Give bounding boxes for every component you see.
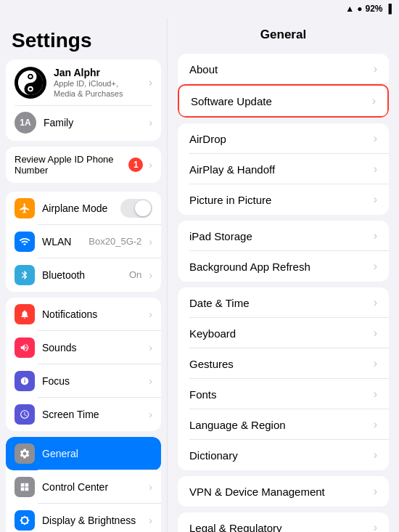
- screentime-chevron-icon: ›: [149, 409, 152, 420]
- controlcenter-icon: [15, 477, 35, 497]
- wlan-value: Box20_5G-2: [89, 236, 141, 247]
- detail-chevron-backgroundapprefresh-icon: ›: [374, 260, 377, 273]
- family-avatar: 1A: [15, 112, 36, 134]
- airplane-toggle[interactable]: [120, 199, 152, 218]
- detail-chevron-airplay-icon: ›: [374, 163, 377, 176]
- family-label: Family: [44, 117, 141, 128]
- sidebar: Settings Jan Alphr Apple ID, iCloud: [0, 17, 167, 532]
- detail-label-keyboard: Keyboard: [189, 327, 368, 340]
- sidebar-item-general[interactable]: General: [6, 437, 161, 470]
- detail-item-fonts[interactable]: Fonts›: [178, 379, 389, 409]
- airplane-icon: [15, 198, 35, 218]
- wifi-icon: ▲: [345, 4, 354, 14]
- detail-item-pictureinpicture[interactable]: Picture in Picture›: [178, 184, 389, 215]
- detail-item-legal[interactable]: Legal & Regulatory›: [178, 512, 389, 532]
- general-icon: [15, 443, 35, 464]
- sidebar-item-sounds[interactable]: Sounds›: [6, 331, 161, 364]
- sidebar-item-bluetooth[interactable]: BluetoothOn›: [6, 258, 161, 292]
- detail-label-languageregion: Language & Region: [189, 419, 368, 431]
- detail-chevron-vpn-icon: ›: [374, 485, 377, 498]
- detail-label-softwareupdate: Software Update: [191, 95, 366, 107]
- detail-chevron-keyboard-icon: ›: [374, 327, 377, 340]
- signal-icon: ●: [357, 4, 362, 14]
- detail-item-softwareupdate[interactable]: Software Update›: [178, 84, 389, 118]
- detail-group-2: iPad Storage›Background App Refresh›: [178, 221, 389, 282]
- notifications-label: Notifications: [42, 308, 141, 320]
- detail-item-gestures[interactable]: Gestures›: [178, 348, 389, 379]
- detail-label-gestures: Gestures: [189, 358, 368, 370]
- status-icons: ▲ ● 92% ▐: [345, 4, 392, 14]
- bluetooth-value: On: [129, 269, 141, 280]
- sidebar-item-airplane[interactable]: Airplane Mode: [6, 192, 161, 225]
- controlcenter-chevron-icon: ›: [149, 481, 152, 493]
- profile-chevron-icon: ›: [149, 76, 152, 89]
- bluetooth-label: Bluetooth: [42, 269, 122, 281]
- profile-info: Jan Alphr Apple ID, iCloud+, Media & Pur…: [54, 67, 141, 99]
- review-appleid-row[interactable]: Review Apple ID Phone Number 1 ›: [6, 147, 161, 183]
- family-row[interactable]: 1A Family ›: [15, 105, 152, 134]
- detail-item-datetime[interactable]: Date & Time›: [178, 287, 389, 318]
- detail-label-legal: Legal & Regulatory: [189, 522, 368, 533]
- detail-group-1: AirDrop›AirPlay & Handoff›Picture in Pic…: [178, 123, 389, 215]
- sounds-label: Sounds: [42, 342, 141, 353]
- detail-label-airdrop: AirDrop: [189, 133, 368, 145]
- sidebar-item-notifications[interactable]: Notifications›: [6, 298, 161, 331]
- detail-item-backgroundapprefresh[interactable]: Background App Refresh›: [178, 251, 389, 282]
- detail-panel: General About›Software Update›AirDrop›Ai…: [167, 17, 399, 532]
- sounds-chevron-icon: ›: [149, 342, 152, 353]
- detail-label-airplay: AirPlay & Handoff: [189, 163, 368, 176]
- family-chevron-icon: ›: [149, 117, 152, 128]
- detail-item-airplay[interactable]: AirPlay & Handoff›: [178, 154, 389, 184]
- detail-group-5: Legal & Regulatory›: [178, 512, 389, 532]
- detail-chevron-fonts-icon: ›: [374, 388, 377, 401]
- sidebar-item-displaybrightness[interactable]: Display & Brightness›: [6, 504, 161, 532]
- battery-icon: ▐: [385, 4, 392, 14]
- detail-label-about: About: [189, 63, 368, 75]
- status-bar: ▲ ● 92% ▐: [0, 0, 399, 17]
- detail-item-airdrop[interactable]: AirDrop›: [178, 123, 389, 154]
- sidebar-groups: Airplane ModeWLANBox20_5G-2›BluetoothOn›…: [0, 192, 167, 532]
- profile-subtitle: Apple ID, iCloud+, Media & Purchases: [54, 78, 141, 99]
- sidebar-item-focus[interactable]: Focus›: [6, 364, 161, 398]
- sounds-icon: [15, 337, 35, 358]
- main-layout: Settings Jan Alphr Apple ID, iCloud: [0, 17, 399, 532]
- notifications-chevron-icon: ›: [149, 308, 152, 320]
- detail-item-vpn[interactable]: VPN & Device Management›: [178, 476, 389, 507]
- detail-item-keyboard[interactable]: Keyboard›: [178, 318, 389, 348]
- detail-item-dictionary[interactable]: Dictionary›: [178, 440, 389, 470]
- bluetooth-chevron-icon: ›: [149, 269, 152, 281]
- detail-groups: About›Software Update›AirDrop›AirPlay & …: [168, 54, 399, 532]
- detail-group-0: About›Software Update›: [178, 54, 389, 118]
- detail-chevron-softwareupdate-icon: ›: [372, 94, 376, 107]
- general-label: General: [42, 448, 152, 459]
- avatar: [15, 67, 46, 99]
- detail-label-backgroundapprefresh: Background App Refresh: [189, 261, 368, 273]
- sidebar-title: Settings: [0, 17, 167, 60]
- wlan-label: WLAN: [42, 236, 81, 247]
- detail-label-pictureinpicture: Picture in Picture: [189, 194, 368, 206]
- sidebar-item-wlan[interactable]: WLANBox20_5G-2›: [6, 225, 161, 258]
- notifications-icon: [15, 304, 35, 324]
- displaybrightness-label: Display & Brightness: [42, 515, 141, 526]
- review-appleid-text: Review Apple ID Phone Number: [15, 154, 123, 176]
- profile-row[interactable]: Jan Alphr Apple ID, iCloud+, Media & Pur…: [15, 67, 152, 99]
- detail-item-ipadstorage[interactable]: iPad Storage›: [178, 221, 389, 251]
- svg-point-4: [29, 88, 32, 91]
- detail-group-4: VPN & Device Management›: [178, 476, 389, 507]
- detail-chevron-datetime-icon: ›: [374, 296, 377, 309]
- sidebar-item-screentime[interactable]: Screen Time›: [6, 398, 161, 431]
- profile-section[interactable]: Jan Alphr Apple ID, iCloud+, Media & Pur…: [6, 60, 161, 141]
- detail-chevron-pictureinpicture-icon: ›: [374, 193, 377, 206]
- detail-chevron-airdrop-icon: ›: [374, 132, 377, 145]
- screentime-label: Screen Time: [42, 409, 141, 420]
- displaybrightness-chevron-icon: ›: [149, 515, 152, 526]
- detail-label-ipadstorage: iPad Storage: [189, 230, 368, 242]
- sidebar-item-controlcenter[interactable]: Control Center›: [6, 470, 161, 504]
- detail-item-languageregion[interactable]: Language & Region›: [178, 409, 389, 440]
- battery-text: 92%: [365, 4, 382, 14]
- detail-item-about[interactable]: About›: [178, 54, 389, 84]
- sidebar-group-2: GeneralControl Center›Display & Brightne…: [6, 437, 161, 532]
- sidebar-group-0: Airplane ModeWLANBox20_5G-2›BluetoothOn›: [6, 192, 161, 292]
- detail-chevron-legal-icon: ›: [374, 521, 377, 532]
- detail-chevron-dictionary-icon: ›: [374, 449, 377, 462]
